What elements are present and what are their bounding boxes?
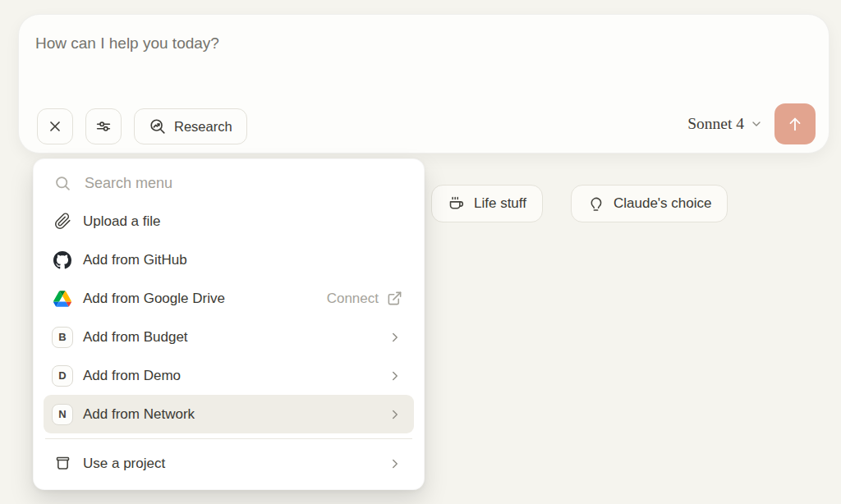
chevron-right-icon: [388, 407, 402, 422]
suggestion-chip-life-stuff[interactable]: Life stuff: [431, 185, 543, 222]
model-selector[interactable]: Sonnet 4: [687, 115, 763, 133]
paperclip-icon: [52, 213, 73, 230]
composer-toolbar: Research: [37, 108, 247, 144]
chevron-right-icon: [388, 369, 402, 383]
menu-search-row: [44, 164, 414, 202]
connect-link[interactable]: Connect: [327, 291, 379, 307]
suggestion-label: Life stuff: [474, 195, 526, 212]
menu-divider: [45, 438, 412, 439]
model-label: Sonnet 4: [687, 115, 744, 133]
arrow-up-icon: [786, 115, 804, 133]
search-icon: [52, 175, 73, 192]
suggestion-label: Claude's choice: [614, 195, 711, 212]
menu-item-upload-a-file[interactable]: Upload a file: [44, 202, 414, 241]
coffee-icon: [448, 195, 465, 213]
menu-item-add-from-google-drive[interactable]: Add from Google Drive Connect: [44, 279, 414, 318]
menu-item-add-from-demo[interactable]: D Add from Demo: [44, 356, 414, 395]
project-box-icon: [52, 455, 73, 472]
chat-input[interactable]: [35, 34, 812, 87]
menu-item-label: Use a project: [83, 456, 378, 472]
research-label: Research: [174, 119, 232, 135]
letter-badge: N: [52, 404, 73, 425]
menu-item-label: Add from Budget: [83, 329, 378, 346]
tools-button[interactable]: [85, 108, 122, 144]
close-button[interactable]: [37, 108, 73, 144]
menu-item-label: Add from GitHub: [83, 252, 402, 268]
external-link-icon: [387, 291, 402, 306]
github-icon: [52, 251, 73, 269]
menu-item-add-from-network[interactable]: N Add from Network: [44, 395, 414, 433]
attach-menu: Upload a file Add from GitHub Add from G…: [33, 158, 425, 490]
menu-item-label: Upload a file: [83, 213, 402, 230]
sliders-icon: [94, 117, 113, 135]
composer-toolbar-right: Sonnet 4: [687, 103, 816, 144]
menu-item-label: Add from Google Drive: [83, 291, 317, 307]
suggestion-chip-claudes-choice[interactable]: Claude's choice: [571, 185, 728, 222]
chevron-right-icon: [388, 330, 402, 345]
close-icon: [47, 118, 63, 135]
menu-item-use-a-project[interactable]: Use a project: [44, 444, 414, 483]
lightbulb-icon: [587, 195, 604, 213]
letter-badge: B: [52, 327, 73, 348]
menu-item-add-from-github[interactable]: Add from GitHub: [44, 241, 414, 279]
send-button[interactable]: [774, 103, 816, 144]
google-drive-icon: [52, 291, 73, 307]
research-icon: [149, 117, 167, 135]
chevron-down-icon: [750, 117, 763, 131]
menu-search-input[interactable]: [85, 175, 414, 192]
letter-badge: D: [52, 365, 73, 387]
research-button[interactable]: Research: [134, 108, 247, 144]
menu-item-add-from-budget[interactable]: B Add from Budget: [44, 318, 414, 356]
menu-item-label: Add from Network: [83, 406, 378, 423]
chevron-right-icon: [388, 456, 402, 471]
composer: Research Sonnet 4: [18, 14, 830, 153]
menu-item-label: Add from Demo: [83, 368, 378, 384]
